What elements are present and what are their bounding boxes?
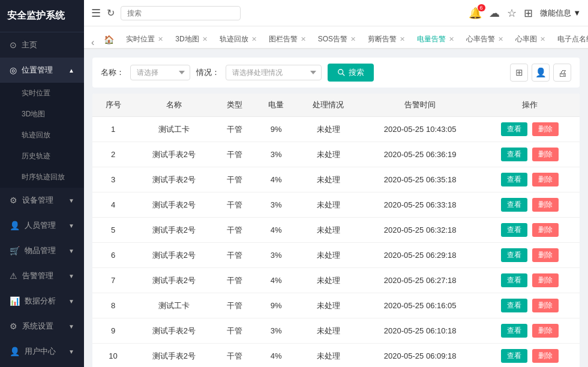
sidebar-item-history-track[interactable]: 历史轨迹 <box>0 146 84 167</box>
view-btn[interactable]: 查看 <box>501 148 527 161</box>
delete-btn[interactable]: 删除 <box>532 349 559 363</box>
delete-btn[interactable]: 删除 <box>532 148 559 161</box>
sidebar-item-location[interactable]: ◎ 位置管理 ▲ <box>0 58 84 83</box>
tab-heart-alarm-close[interactable]: ✕ <box>498 35 503 43</box>
delete-btn[interactable]: 删除 <box>532 173 559 186</box>
view-btn[interactable]: 查看 <box>501 248 527 262</box>
alarm-arrow-icon: ▼ <box>68 273 74 279</box>
tab-nav-back[interactable]: ‹ <box>89 37 97 48</box>
tab-sos-alarm[interactable]: SOS告警 ✕ <box>312 31 362 49</box>
sidebar-item-track-replay[interactable]: 轨迹回放 <box>0 125 84 146</box>
tab-realtime[interactable]: 实时位置 ✕ <box>120 31 169 49</box>
table-row: 9 测试手表2号 干管 3% 未处理 2020-05-25 06:10:18 查… <box>92 318 580 344</box>
tab-3dmap[interactable]: 3D地图 ✕ <box>169 31 213 49</box>
name-filter-select[interactable]: 请选择 <box>130 65 190 80</box>
search-button[interactable]: 搜索 <box>328 64 374 82</box>
view-btn[interactable]: 查看 <box>501 223 527 237</box>
tab-cut-alarm-close[interactable]: ✕ <box>400 35 405 43</box>
cell-name: 测试手表2号 <box>134 192 214 218</box>
delete-btn[interactable]: 删除 <box>532 122 559 136</box>
delete-btn[interactable]: 删除 <box>532 223 559 237</box>
tab-3dmap-close[interactable]: ✕ <box>202 35 208 43</box>
grid-icon[interactable]: ⊞ <box>524 7 533 20</box>
table-view-btn[interactable]: ⊞ <box>510 64 528 82</box>
table-body: 1 测试工卡 干管 9% 未处理 2020-05-25 10:43:05 查看 … <box>92 117 580 368</box>
location-submenu: 实时位置 3D地图 轨迹回放 历史轨迹 时序轨迹回放 <box>0 83 84 188</box>
delete-btn[interactable]: 删除 <box>532 273 559 287</box>
cell-name: 测试手表2号 <box>134 167 214 192</box>
refresh-icon[interactable]: ↻ <box>107 7 115 19</box>
sidebar-item-goods[interactable]: 🛒 物品管理 ▼ <box>0 238 84 263</box>
sidebar-item-analysis[interactable]: 📊 数据分析 ▼ <box>0 288 84 314</box>
view-btn[interactable]: 查看 <box>501 273 527 287</box>
user-label[interactable]: 微能信息 ▼ <box>540 8 581 19</box>
tab-heart-alarm[interactable]: 心率告警 ✕ <box>460 31 509 49</box>
cell-battery: 3% <box>256 142 297 167</box>
page-content: 名称： 请选择 情况： 请选择处理情况 搜索 ⊞ 👤 🖨 <box>84 49 588 367</box>
tab-cut-alarm[interactable]: 剪断告警 ✕ <box>362 31 411 49</box>
view-btn[interactable]: 查看 <box>501 198 527 212</box>
view-btn[interactable]: 查看 <box>501 324 527 338</box>
bell-icon[interactable]: 🔔 6 <box>469 7 482 20</box>
star-icon[interactable]: ☆ <box>507 7 517 20</box>
cell-time: 2020-05-25 06:29:18 <box>360 243 480 268</box>
tab-track-replay[interactable]: 轨迹回放 ✕ <box>214 31 263 49</box>
cloud-icon[interactable]: ☁ <box>489 7 500 20</box>
tab-battery-alarm[interactable]: 电量告警 ✕ <box>411 31 460 49</box>
view-btn[interactable]: 查看 <box>501 349 527 363</box>
cell-time: 2020-05-25 06:09:18 <box>360 344 480 368</box>
sidebar-item-settings[interactable]: ⚙ 系统设置 ▼ <box>0 314 84 339</box>
tab-track-replay-close[interactable]: ✕ <box>251 35 257 43</box>
delete-btn[interactable]: 删除 <box>532 248 559 262</box>
cell-status: 未处理 <box>297 268 360 293</box>
sidebar-item-3dmap[interactable]: 3D地图 <box>0 104 84 125</box>
cell-action: 查看 删除 <box>480 218 580 243</box>
cell-action: 查看 删除 <box>480 192 580 218</box>
cell-status: 未处理 <box>297 218 360 243</box>
tab-fence-alarm-close[interactable]: ✕ <box>301 35 306 43</box>
tab-heart-chart-close[interactable]: ✕ <box>540 35 545 43</box>
tab-fence-alarm[interactable]: 图栏告警 ✕ <box>263 31 312 49</box>
cell-type: 干管 <box>214 243 255 268</box>
sidebar-item-home[interactable]: ⊙ 主页 <box>0 32 84 58</box>
search-input[interactable] <box>121 6 241 20</box>
tab-realtime-close[interactable]: ✕ <box>158 35 163 43</box>
view-btn[interactable]: 查看 <box>501 299 527 312</box>
sidebar-item-personnel-label: 人员管理 <box>25 220 56 231</box>
table-row: 2 测试手表2号 干管 3% 未处理 2020-05-25 06:36:19 查… <box>92 142 580 167</box>
view-btn[interactable]: 查看 <box>501 173 527 186</box>
sidebar-item-realtime[interactable]: 实时位置 <box>0 83 84 104</box>
status-filter-select[interactable]: 请选择处理情况 <box>226 65 322 80</box>
svg-line-1 <box>343 74 345 76</box>
tab-electronic-stat-label: 电子点名统计图 <box>557 34 588 44</box>
delete-btn[interactable]: 删除 <box>532 324 559 338</box>
delete-btn[interactable]: 删除 <box>532 198 559 212</box>
col-name: 名称 <box>134 94 214 117</box>
tab-electronic-stat[interactable]: 电子点名统计图 ✕ <box>551 31 588 49</box>
tab-heart-chart[interactable]: 心率图 ✕ <box>509 31 551 49</box>
col-action: 操作 <box>480 94 580 117</box>
topbar: ☰ ↻ 🔔 6 ☁ ☆ ⊞ 微能信息 ▼ <box>84 0 588 26</box>
card-view-btn[interactable]: 👤 <box>532 64 550 82</box>
device-arrow-icon: ▼ <box>68 197 74 204</box>
view-btn[interactable]: 查看 <box>501 122 527 136</box>
sidebar-item-device[interactable]: ⚙ 设备管理 ▼ <box>0 188 84 213</box>
tab-battery-alarm-label: 电量告警 <box>417 34 446 44</box>
sidebar-item-usercenter[interactable]: 👤 用户中心 ▼ <box>0 339 84 364</box>
delete-btn[interactable]: 删除 <box>532 299 559 312</box>
cell-time: 2020-05-25 06:32:18 <box>360 218 480 243</box>
hamburger-icon[interactable]: ☰ <box>91 7 101 20</box>
print-btn[interactable]: 🖨 <box>553 64 571 82</box>
sidebar-menu: ⊙ 主页 ◎ 位置管理 ▲ 实时位置 3D地图 轨迹回放 历史轨迹 时序轨迹回放… <box>0 32 84 367</box>
cell-index: 6 <box>92 243 134 268</box>
cell-type: 干管 <box>214 117 255 142</box>
tab-battery-alarm-close[interactable]: ✕ <box>449 35 454 43</box>
sidebar-item-personnel[interactable]: 👤 人员管理 ▼ <box>0 213 84 238</box>
sidebar-item-seq-replay[interactable]: 时序轨迹回放 <box>0 167 84 188</box>
home-icon: ⊙ <box>10 40 17 50</box>
tab-sos-alarm-close[interactable]: ✕ <box>350 35 356 43</box>
tab-home[interactable]: 🏠 <box>98 31 120 49</box>
sidebar-item-alarm[interactable]: ⚠ 告警管理 ▼ <box>0 263 84 288</box>
cell-status: 未处理 <box>297 293 360 318</box>
app-logo: 安全监护系统 <box>0 0 84 32</box>
